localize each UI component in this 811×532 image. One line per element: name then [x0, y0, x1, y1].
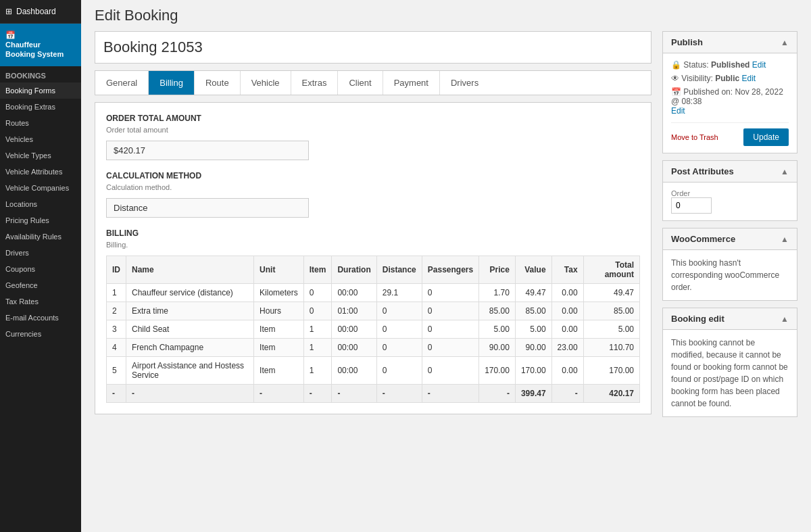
sum-unit: -	[254, 385, 304, 403]
cell-value: 90.00	[515, 339, 551, 357]
cell-value: 170.00	[515, 357, 551, 385]
published-row: 📅 Published on: Nov 28, 2022 @ 08:38 Edi…	[671, 87, 789, 116]
table-row: 1 Chauffeur service (distance) Kilometer…	[107, 284, 640, 302]
woocommerce-body: This booking hasn't corresponding wooCom…	[663, 250, 797, 300]
woocommerce-box: WooCommerce ▲ This booking hasn't corres…	[662, 228, 797, 301]
tab-vehicle[interactable]: Vehicle	[241, 71, 291, 95]
booking-edit-message: This booking cannot be modified, because…	[671, 337, 789, 410]
post-attributes-body: Order	[663, 183, 797, 220]
table-row: 3 Child Seat Item 1 00:00 0 0 5.00 5.00 …	[107, 320, 640, 339]
cell-value: 85.00	[515, 302, 551, 320]
cell-name: Chauffeur service (distance)	[126, 284, 254, 302]
visibility-edit-link[interactable]: Edit	[742, 74, 756, 83]
col-tax: Tax	[551, 256, 583, 284]
order-total-section: ORDER TOTAL AMOUNT Order total amount $4…	[106, 114, 640, 160]
published-label: Published on:	[683, 87, 733, 97]
cell-unit: Item	[254, 320, 304, 339]
dashboard-link[interactable]: ⊞ Dashboard	[0, 0, 81, 24]
sidebar-item-vehicle-types[interactable]: Vehicle Types	[0, 147, 81, 164]
cell-distance: 29.1	[376, 284, 422, 302]
sidebar-item-vehicle-attributes[interactable]: Vehicle Attributes	[0, 164, 81, 180]
publish-body: 🔒 Status: Published Edit 👁 Visibility: P…	[663, 53, 797, 153]
booking-title-input[interactable]	[95, 32, 651, 63]
status-row: 🔒 Status: Published Edit	[671, 60, 789, 70]
sidebar-item-availability-rules[interactable]: Availability Rules	[0, 228, 81, 245]
post-attributes-box: Post Attributes ▲ Order	[662, 160, 797, 221]
sidebar-item-locations[interactable]: Locations	[0, 196, 81, 212]
order-input[interactable]	[671, 197, 712, 214]
calculation-title: CALCULATION METHOD	[106, 171, 640, 180]
billing-section: BILLING Billing. ID Name Unit Item Durat…	[106, 228, 640, 403]
cell-duration: 00:00	[332, 339, 376, 357]
update-button[interactable]: Update	[743, 128, 789, 146]
col-price: Price	[479, 256, 516, 284]
brand-title: ChauffeurBooking System	[5, 40, 76, 59]
post-attributes-chevron: ▲	[781, 167, 789, 176]
sidebar-item-currencies[interactable]: Currencies	[0, 326, 81, 342]
cell-name: French Champagne	[126, 339, 254, 357]
cell-passengers: 0	[422, 302, 478, 320]
status-label: Status:	[683, 60, 708, 70]
cell-item: 0	[303, 302, 332, 320]
sidebar-item-routes[interactable]: Routes	[0, 115, 81, 131]
cell-total: 49.47	[583, 284, 639, 302]
publish-actions: Move to Trash Update	[671, 122, 789, 146]
tab-general[interactable]: General	[95, 71, 149, 95]
billing-title: BILLING	[106, 228, 640, 238]
tab-drivers[interactable]: Drivers	[440, 71, 489, 95]
sidebar-item-coupons[interactable]: Coupons	[0, 261, 81, 277]
sidebar-item-pricing-rules[interactable]: Pricing Rules	[0, 212, 81, 228]
cell-distance: 0	[376, 320, 422, 339]
tab-client[interactable]: Client	[338, 71, 383, 95]
calculation-section: CALCULATION METHOD Calculation method. D…	[106, 171, 640, 218]
order-total-value: $420.17	[106, 141, 309, 160]
sidebar-item-tax-rates[interactable]: Tax Rates	[0, 293, 81, 310]
cell-total: 170.00	[583, 357, 639, 385]
order-total-title: ORDER TOTAL AMOUNT	[106, 114, 640, 123]
main-content: General Billing Route Vehicle Extras Cli…	[95, 31, 652, 525]
cell-duration: 00:00	[332, 357, 376, 385]
cell-distance: 0	[376, 302, 422, 320]
cell-passengers: 0	[422, 320, 478, 339]
table-row: 4 French Champagne Item 1 00:00 0 0 90.0…	[107, 339, 640, 357]
cell-duration: 00:00	[332, 320, 376, 339]
sidebar-item-drivers[interactable]: Drivers	[0, 245, 81, 261]
tab-extras[interactable]: Extras	[291, 71, 339, 95]
cell-tax: 0.00	[551, 320, 583, 339]
cell-unit: Kilometers	[254, 284, 304, 302]
sidebar: ⊞ Dashboard 📅 ChauffeurBooking System Bo…	[0, 0, 81, 532]
trash-button[interactable]: Move to Trash	[671, 133, 718, 141]
page-title: Edit Booking	[95, 7, 797, 24]
sidebar-item-booking-forms[interactable]: Booking Forms	[0, 82, 81, 99]
cell-tax: 23.00	[551, 339, 583, 357]
cell-item: 0	[303, 284, 332, 302]
tabs-bar: General Billing Route Vehicle Extras Cli…	[95, 70, 652, 95]
cell-price: 170.00	[479, 357, 516, 385]
dashboard-label: Dashboard	[16, 7, 56, 16]
sidebar-item-booking-extras[interactable]: Booking Extras	[0, 99, 81, 115]
col-value: Value	[515, 256, 551, 284]
woocommerce-header: WooCommerce ▲	[663, 228, 797, 250]
sidebar-item-geofence[interactable]: Geofence	[0, 277, 81, 293]
sidebar-item-email-accounts[interactable]: E-mail Accounts	[0, 310, 81, 326]
cell-unit: Hours	[254, 302, 304, 320]
tab-billing[interactable]: Billing	[149, 71, 195, 95]
sidebar-item-vehicle-companies[interactable]: Vehicle Companies	[0, 180, 81, 196]
sidebar-item-vehicles[interactable]: Vehicles	[0, 131, 81, 147]
published-edit-link[interactable]: Edit	[671, 106, 685, 116]
tab-route[interactable]: Route	[195, 71, 241, 95]
sum-price: -	[479, 385, 516, 403]
table-row: 2 Extra time Hours 0 01:00 0 0 85.00 85.…	[107, 302, 640, 320]
tab-payment[interactable]: Payment	[383, 71, 440, 95]
status-edit-link[interactable]: Edit	[752, 60, 766, 70]
cell-total: 110.70	[583, 339, 639, 357]
visibility-value: Public	[715, 74, 739, 83]
cell-price: 85.00	[479, 302, 516, 320]
sum-total: 420.17	[583, 385, 639, 403]
publish-box-header: Publish ▲	[663, 32, 797, 53]
cell-name: Child Seat	[126, 320, 254, 339]
table-summary-row: - - - - - - - - 399.47 - 420.17	[107, 385, 640, 403]
cell-price: 5.00	[479, 320, 516, 339]
order-total-desc: Order total amount	[106, 126, 640, 134]
post-attributes-title: Post Attributes	[671, 166, 734, 176]
